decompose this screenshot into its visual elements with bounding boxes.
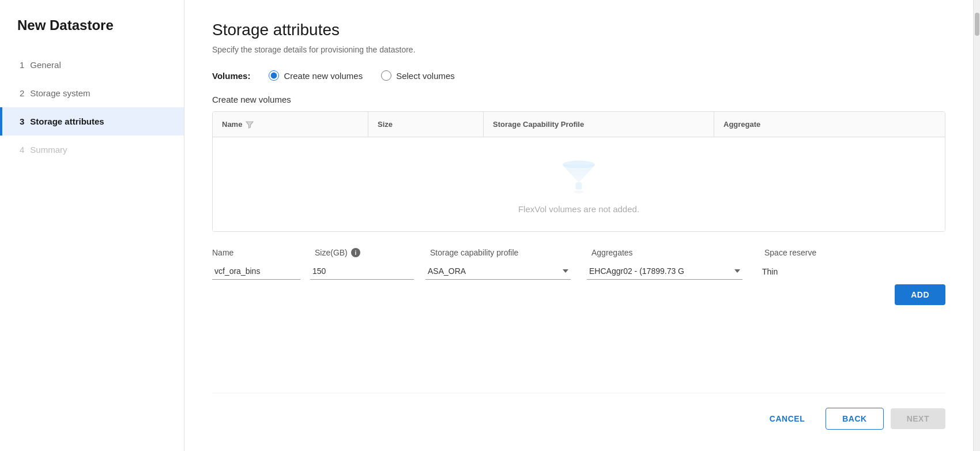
scp-select[interactable]: ASA_ORAdefaultperformance xyxy=(425,263,571,280)
scp-field-cell: ASA_ORAdefaultperformance xyxy=(425,263,587,280)
cancel-button[interactable]: CANCEL xyxy=(756,407,819,430)
add-volume-form: Name Size(GB) i Storage capability profi… xyxy=(212,248,945,280)
radio-create-input[interactable] xyxy=(269,70,279,81)
page-title: Storage attributes xyxy=(212,21,945,39)
scrollbar[interactable] xyxy=(973,0,980,451)
back-button[interactable]: BACK xyxy=(826,408,883,430)
sidebar-item-number: 4 xyxy=(20,145,24,155)
size-field-cell xyxy=(310,263,425,280)
sidebar-item-label: Storage system xyxy=(30,88,90,98)
col-size-label: Size(GB) i xyxy=(310,248,425,257)
col-scp-label: Storage capability profile xyxy=(425,248,587,257)
th-aggregate: Aggregate xyxy=(714,112,945,137)
filter-icon[interactable] xyxy=(246,121,254,129)
empty-icon xyxy=(559,155,599,197)
aggregates-field-cell: EHCAggr02 - (17899.73 G xyxy=(587,263,760,280)
funnel-icon xyxy=(559,155,599,195)
volumes-table: Name Size Storage Capability Profile Agg… xyxy=(212,111,945,232)
add-button[interactable]: ADD xyxy=(895,284,945,305)
empty-message: FlexVol volumes are not added. xyxy=(518,204,639,214)
radio-create-volumes[interactable]: Create new volumes xyxy=(269,70,363,81)
size-info-icon: i xyxy=(351,248,360,257)
scroll-thumb[interactable] xyxy=(975,13,979,36)
sidebar-item-storage-system[interactable]: 2 Storage system xyxy=(0,79,184,107)
sidebar-item-label: Summary xyxy=(30,145,67,155)
sidebar-item-summary[interactable]: 4 Summary xyxy=(0,136,184,164)
radio-select-label: Select volumes xyxy=(396,71,455,81)
size-input[interactable] xyxy=(310,263,414,280)
svg-rect-1 xyxy=(576,182,582,189)
col-aggregates-label: Aggregates xyxy=(587,248,760,257)
sidebar-item-label: Storage attributes xyxy=(30,116,104,126)
name-field-cell xyxy=(212,263,310,280)
col-space-label: Space reserve xyxy=(760,248,945,257)
radio-create-label: Create new volumes xyxy=(284,71,363,81)
sidebar-item-number: 2 xyxy=(20,88,24,98)
section-label: Create new volumes xyxy=(212,95,945,104)
page-subtitle: Specify the storage details for provisio… xyxy=(212,45,945,54)
table-body: FlexVol volumes are not added. xyxy=(213,137,945,231)
sidebar-item-storage-attributes[interactable]: 3 Storage attributes xyxy=(0,107,184,136)
volumes-row: Volumes: Create new volumes Select volum… xyxy=(212,70,945,81)
col-name-label: Name xyxy=(212,248,310,257)
sidebar: New Datastore 1 General 2 Storage system… xyxy=(0,0,184,451)
table-header: Name Size Storage Capability Profile Agg… xyxy=(213,112,945,137)
th-name: Name xyxy=(213,112,368,137)
svg-point-2 xyxy=(574,190,584,193)
sidebar-title: New Datastore xyxy=(0,17,184,51)
radio-select-volumes[interactable]: Select volumes xyxy=(381,70,455,81)
add-btn-row: ADD xyxy=(212,284,945,305)
bottom-actions: CANCEL BACK NEXT xyxy=(212,393,945,430)
radio-select-input[interactable] xyxy=(381,70,391,81)
next-button: NEXT xyxy=(891,408,945,429)
space-reserve-cell: Thin xyxy=(760,266,945,277)
sidebar-item-general[interactable]: 1 General xyxy=(0,51,184,79)
form-row: ASA_ORAdefaultperformance EHCAggr02 - (1… xyxy=(212,263,945,280)
space-reserve-value: Thin xyxy=(760,264,780,280)
form-header: Name Size(GB) i Storage capability profi… xyxy=(212,248,945,257)
aggregates-select[interactable]: EHCAggr02 - (17899.73 G xyxy=(587,263,742,280)
main-content: Storage attributes Specify the storage d… xyxy=(184,0,973,451)
th-scp: Storage Capability Profile xyxy=(484,112,714,137)
sidebar-item-number: 3 xyxy=(20,116,24,126)
th-size: Size xyxy=(368,112,484,137)
name-input[interactable] xyxy=(212,263,300,280)
sidebar-item-label: General xyxy=(30,60,61,70)
volumes-label: Volumes: xyxy=(212,71,250,81)
sidebar-item-number: 1 xyxy=(20,60,24,70)
